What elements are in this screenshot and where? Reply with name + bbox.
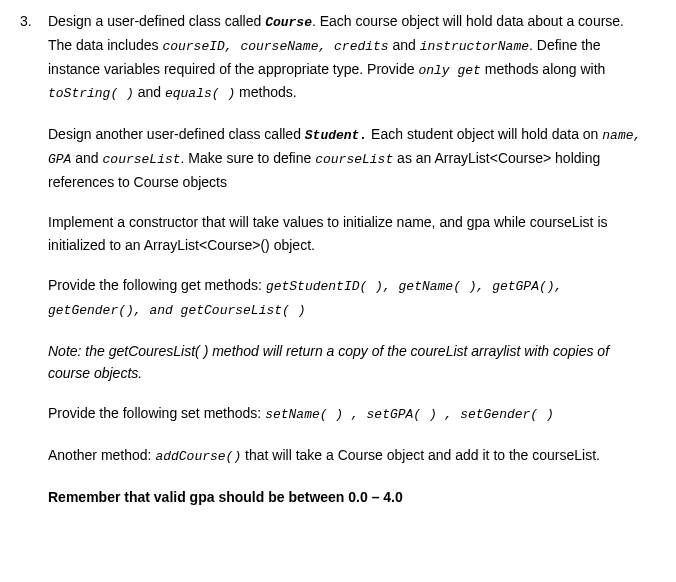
code-text: courseList xyxy=(103,152,181,167)
code-text: Student. xyxy=(305,128,367,143)
paragraph-6: Provide the following set methods: setNa… xyxy=(48,402,651,426)
code-text: courseID, courseName, credits xyxy=(162,39,388,54)
text: Each student object will hold data on xyxy=(367,126,602,142)
code-text: instructorName xyxy=(420,39,529,54)
question-content: Design a user-defined class called Cours… xyxy=(48,10,651,526)
code-text: only get xyxy=(418,63,480,78)
paragraph-2: Design another user-defined class called… xyxy=(48,123,651,193)
paragraph-4: Provide the following get methods: getSt… xyxy=(48,274,651,322)
paragraph-1: Design a user-defined class called Cours… xyxy=(48,10,651,105)
text: and xyxy=(134,84,165,100)
code-text: Course xyxy=(265,15,312,30)
text: Provide the following set methods: xyxy=(48,405,265,421)
text: Note: the getCouresList( ) method will r… xyxy=(48,343,609,381)
text: . Make sure to define xyxy=(181,150,316,166)
code-text: addCourse() xyxy=(155,449,241,464)
text: Remember that valid gpa should be betwee… xyxy=(48,489,403,505)
text: Design a user-defined class called xyxy=(48,13,265,29)
text: Provide the following get methods: xyxy=(48,277,266,293)
code-text: toString( ) xyxy=(48,86,134,101)
code-text: equals( ) xyxy=(165,86,235,101)
text: methods along with xyxy=(481,61,606,77)
paragraph-5-note: Note: the getCouresList( ) method will r… xyxy=(48,340,651,385)
question-number: 3. xyxy=(20,10,48,526)
code-text: courseList xyxy=(315,152,393,167)
text: Implement a constructor that will take v… xyxy=(48,214,608,252)
text: that will take a Course object and add i… xyxy=(241,447,600,463)
code-text: setName( ) , setGPA( ) , setGender( ) xyxy=(265,407,554,422)
paragraph-7: Another method: addCourse() that will ta… xyxy=(48,444,651,468)
text: Design another user-defined class called xyxy=(48,126,305,142)
paragraph-3: Implement a constructor that will take v… xyxy=(48,211,651,256)
text: Another method: xyxy=(48,447,155,463)
text: methods. xyxy=(235,84,296,100)
text: and xyxy=(389,37,420,53)
paragraph-8-remember: Remember that valid gpa should be betwee… xyxy=(48,486,651,508)
text: and xyxy=(71,150,102,166)
question-container: 3. Design a user-defined class called Co… xyxy=(20,10,651,526)
